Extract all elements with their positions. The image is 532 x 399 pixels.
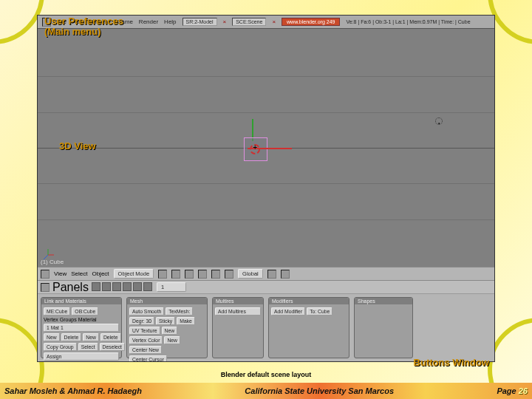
panel-modifiers: Modifiers Add Modifier To: Cube [268, 297, 349, 358]
buttons-window: Panels 1 Link and Materials ME:Cube OB:C… [38, 280, 494, 361]
deselect-button[interactable]: Deselect [100, 343, 125, 351]
assign-button[interactable]: Assign [44, 352, 119, 361]
window-type-icon[interactable] [41, 283, 50, 292]
menu-help[interactable]: Help [164, 18, 176, 25]
delete-button[interactable]: Delete [100, 333, 121, 341]
annotation-buttons-window: Buttons Window [414, 357, 489, 368]
material-label: Material [78, 317, 97, 322]
sticky-label: Sticky [156, 317, 175, 325]
logic-icon [92, 282, 100, 291]
screen-layout-field[interactable]: SR:2-Model [183, 18, 217, 26]
material-index-field[interactable]: 1 Mat 1 [44, 324, 119, 332]
mode-selector[interactable]: Object Mode [114, 269, 154, 279]
frame-number-field[interactable]: 1 [157, 282, 186, 292]
add-multires-button[interactable]: Add Multires [215, 307, 261, 316]
menu-object[interactable]: Object [92, 270, 109, 277]
lamp-object[interactable] [435, 117, 443, 125]
panel-title: Multires [213, 298, 263, 304]
panel-title: Link and Materials [41, 298, 121, 304]
vertex-groups-label: Vertex Groups [44, 317, 77, 322]
new-button[interactable]: New [83, 333, 99, 341]
blender-screenshot: File Add Timeline Game Render Help SR:2-… [37, 15, 495, 362]
scene-field[interactable]: SCE:Scene [232, 18, 266, 26]
layer-button[interactable] [267, 270, 276, 279]
menu-view[interactable]: View [54, 270, 66, 277]
rotate-icon[interactable] [211, 270, 220, 279]
new-button[interactable]: New [44, 333, 60, 341]
new-button[interactable]: New [164, 336, 180, 344]
annotation-3d-view: 3D View [59, 140, 96, 151]
copy-group-button[interactable]: Copy Group [44, 343, 77, 351]
panels-row: Link and Materials ME:Cube OB:Cube Verte… [38, 294, 494, 361]
buttons-window-header: Panels 1 [38, 281, 494, 294]
slide-footer: Sahar Mosleh & Ahmad R. Hadaegh Californ… [0, 383, 532, 399]
new-button[interactable]: New [162, 327, 178, 335]
shading-icon [112, 282, 121, 291]
panel-mesh: Mesh Auto Smooth TexMesh: Degr: 30 Stick… [126, 297, 208, 358]
me-field[interactable]: ME:Cube [44, 307, 70, 316]
blender-url-box: www.blender.org 249 [282, 18, 340, 26]
add-modifier-button[interactable]: Add Modifier [271, 307, 305, 316]
center-cursor-button[interactable]: Center Cursor [129, 355, 167, 361]
panel-shapes: Shapes [354, 297, 413, 358]
context-icons[interactable] [92, 281, 154, 294]
svg-line-2 [44, 255, 48, 259]
to-field: To: Cube [307, 307, 332, 316]
translate-icon[interactable] [198, 270, 207, 279]
window-type-icon[interactable] [41, 270, 50, 279]
select-button[interactable]: Select [78, 343, 98, 351]
panel-multires: Multires Add Multires [212, 297, 264, 358]
panel-title: Mesh [127, 298, 207, 304]
degr-field[interactable]: Degr: 30 [129, 317, 154, 325]
uv-texture-label: UV Texture [129, 327, 160, 335]
panel-title: Shapes [355, 298, 412, 304]
pivot-icon[interactable] [171, 270, 180, 279]
menu-select[interactable]: Select [71, 270, 87, 277]
object-icon [123, 282, 132, 291]
auto-smooth-button[interactable]: Auto Smooth [129, 307, 164, 316]
ob-field[interactable]: OB:Cube [72, 307, 98, 316]
screenshot-caption: Blender default scene layout [0, 371, 532, 378]
editing-icon [133, 282, 142, 291]
annotation-user-preferences: User Preferences (Main menu) [44, 16, 123, 38]
draw-type-icon[interactable] [158, 270, 167, 279]
close-icon[interactable]: × [223, 18, 227, 25]
panel-title: Modifiers [269, 298, 349, 304]
mini-axis-icon [41, 248, 55, 265]
scene-stats: Ve:8 | Fa:6 | Ob:3-1 | La:1 | Mem:0.97M … [346, 19, 470, 24]
panels-label: Panels [52, 281, 89, 294]
scale-icon[interactable] [225, 270, 233, 279]
menu-render[interactable]: Render [139, 18, 158, 25]
make-button[interactable]: Make [177, 317, 195, 325]
texmesh-field[interactable]: TexMesh: [166, 307, 193, 316]
footer-university: California State University San Marcos [245, 386, 394, 395]
center-new-button[interactable]: Center New [129, 346, 162, 354]
delete-button[interactable]: Delete [61, 333, 82, 341]
scene-icon [143, 282, 152, 291]
lock-icon[interactable] [281, 270, 290, 279]
3d-viewport[interactable]: (1) Cube [38, 29, 494, 267]
footer-authors: Sahar Mosleh & Ahmad R. Hadaegh [4, 386, 142, 395]
orientation-selector[interactable]: Global [238, 269, 263, 279]
vertex-color-label: Vertex Color [129, 336, 163, 344]
3d-view-header: View Select Object Object Mode Global [38, 267, 494, 280]
close-icon[interactable]: × [272, 18, 276, 25]
script-icon [102, 282, 111, 291]
footer-page: Page 26 [497, 386, 528, 395]
manipulator-icon[interactable] [185, 270, 194, 279]
panel-link-and-materials: Link and Materials ME:Cube OB:Cube Verte… [41, 297, 122, 358]
